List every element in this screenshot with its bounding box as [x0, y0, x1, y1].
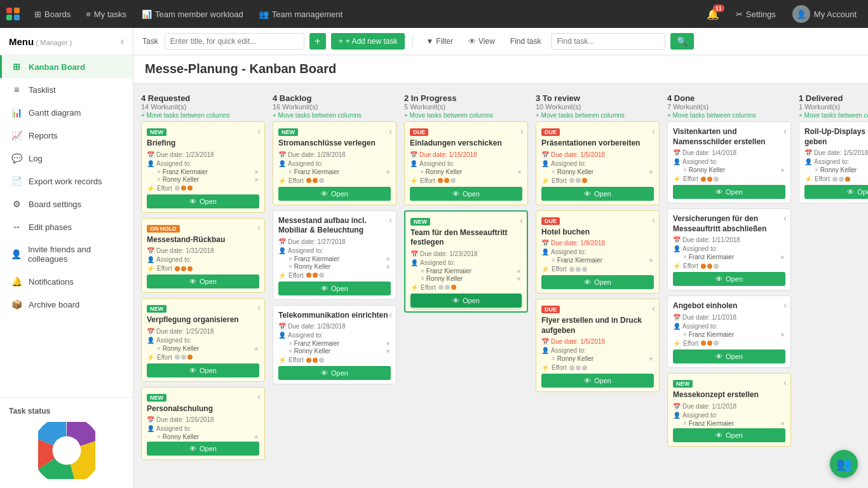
remove-person-icon[interactable]: × [552, 257, 555, 264]
open-button-c11[interactable]: 👁 Open [541, 275, 654, 289]
sidebar-item-boardsettings[interactable]: ⚙ Board settings [0, 193, 133, 215]
sidebar-item-log[interactable]: 💬 Log [0, 147, 133, 170]
star-icon[interactable]: ★ [780, 420, 785, 427]
notifications-button[interactable]: 🔔 11 [702, 6, 724, 23]
open-button-c6[interactable]: 👁 Open [278, 281, 391, 295]
open-button-c13[interactable]: 👁 Open [673, 185, 785, 199]
nav-workload[interactable]: 📊 Team member workload [135, 7, 250, 22]
star-icon[interactable]: ★ [385, 263, 391, 270]
nav-mytasks[interactable]: ≡ My tasks [79, 7, 133, 22]
col-move-toreview[interactable]: + Move tasks between columns [536, 112, 660, 119]
sidebar-item-reports[interactable]: 📈 Reports [0, 124, 133, 147]
filter-button[interactable]: ▼ Filter [421, 34, 458, 49]
sidebar-item-kanban[interactable]: ⊞ Kanban Board [0, 55, 133, 78]
add-new-task-button[interactable]: + + Add new task [331, 33, 405, 50]
card-collapse-c8[interactable]: ‹ [520, 126, 524, 136]
sidebar-item-editphases[interactable]: ↔ Edit phases [0, 215, 133, 238]
card-collapse-c2[interactable]: ‹ [257, 222, 261, 233]
remove-person-icon[interactable]: × [421, 268, 424, 274]
remove-person-icon[interactable]: × [288, 255, 292, 262]
col-move-delivered[interactable]: + Move tasks between columns [799, 112, 868, 119]
open-button-c9[interactable]: 👁 Open [410, 294, 522, 308]
star-icon[interactable]: ★ [254, 168, 259, 175]
account-button[interactable]: 👤 My Account [787, 3, 862, 25]
find-task-input[interactable] [551, 33, 665, 50]
remove-person-icon[interactable]: × [157, 176, 161, 183]
remove-person-icon[interactable]: × [552, 355, 555, 362]
sidebar-item-invite[interactable]: 👤 Invite friends and colleagues [0, 238, 133, 270]
nav-team[interactable]: 👥 Team management [252, 7, 349, 22]
star-icon[interactable]: ★ [780, 166, 785, 173]
open-button-c1[interactable]: 👁 Open [147, 194, 259, 208]
open-button-c2[interactable]: 👁 Open [147, 274, 259, 288]
open-button-c15[interactable]: 👁 Open [673, 349, 785, 363]
card-collapse-c12[interactable]: ‹ [652, 303, 655, 313]
app-logo[interactable] [6, 8, 20, 20]
card-collapse-c13[interactable]: ‹ [783, 126, 787, 136]
remove-person-icon[interactable]: × [288, 263, 292, 270]
star-icon[interactable]: ★ [648, 168, 654, 175]
remove-person-icon[interactable]: × [288, 348, 292, 355]
remove-person-icon[interactable]: × [157, 433, 161, 440]
star-icon[interactable]: ★ [254, 345, 259, 352]
col-move-backlog[interactable]: + Move tasks between columns [273, 112, 397, 119]
nav-boards[interactable]: ⊞ Boards [28, 7, 77, 22]
card-collapse-c11[interactable]: ‹ [652, 215, 655, 225]
remove-person-icon[interactable]: × [420, 168, 424, 175]
remove-person-icon[interactable]: × [157, 345, 161, 352]
sidebar-collapse-button[interactable]: ‹ [121, 36, 124, 47]
open-button-c4[interactable]: 👁 Open [147, 442, 259, 456]
star-icon[interactable]: ★ [648, 355, 654, 362]
sidebar-item-export[interactable]: 📄 Export work records [0, 170, 133, 193]
star-icon[interactable]: ★ [516, 275, 522, 282]
sidebar-item-archive[interactable]: 📦 Archive board [0, 293, 133, 316]
remove-person-icon[interactable]: × [683, 331, 687, 338]
remove-person-icon[interactable]: × [552, 168, 555, 175]
open-button-c7[interactable]: 👁 Open [278, 366, 391, 380]
remove-person-icon[interactable]: × [157, 168, 161, 175]
card-collapse-c4[interactable]: ‹ [257, 391, 261, 402]
star-icon[interactable]: ★ [385, 348, 391, 355]
card-collapse-c7[interactable]: ‹ [389, 309, 392, 320]
sidebar-item-notifications[interactable]: 🔔 Notifications [0, 270, 133, 293]
star-icon[interactable]: ★ [385, 340, 391, 347]
remove-person-icon[interactable]: × [683, 254, 687, 261]
open-button-c5[interactable]: 👁 Open [278, 187, 391, 201]
remove-person-icon[interactable]: × [815, 166, 818, 173]
settings-button[interactable]: ✂ Settings [731, 7, 781, 22]
card-collapse-c5[interactable]: ‹ [389, 126, 392, 136]
open-button-c14[interactable]: 👁 Open [673, 272, 785, 286]
task-input[interactable] [165, 33, 304, 50]
view-button[interactable]: 👁 View [463, 34, 500, 49]
card-collapse-c14[interactable]: ‹ [783, 213, 787, 223]
remove-person-icon[interactable]: × [288, 340, 292, 347]
star-icon[interactable]: ★ [648, 257, 654, 264]
star-icon[interactable]: ★ [780, 331, 785, 338]
remove-person-icon[interactable]: × [288, 168, 292, 175]
star-icon[interactable]: ★ [517, 168, 522, 175]
star-icon[interactable]: ★ [254, 176, 259, 183]
col-move-requested[interactable]: + Move tasks between columns [141, 112, 265, 119]
remove-person-icon[interactable]: × [421, 275, 424, 282]
open-button-c12[interactable]: 👁 Open [541, 374, 654, 388]
star-icon[interactable]: ★ [385, 168, 391, 175]
remove-person-icon[interactable]: × [683, 420, 687, 427]
col-move-inprogress[interactable]: + Move tasks between columns [404, 112, 528, 119]
add-icon-button[interactable]: + [309, 33, 326, 50]
open-button-c8[interactable]: 👁 Open [410, 187, 522, 201]
open-button-c17[interactable]: 👁 Open [804, 185, 868, 199]
card-collapse-c3[interactable]: ‹ [257, 302, 261, 313]
search-button[interactable]: 🔍 [670, 33, 694, 50]
open-button-c3[interactable]: 👁 Open [147, 363, 259, 377]
star-icon[interactable]: ★ [385, 255, 391, 262]
remove-person-icon[interactable]: × [683, 166, 687, 173]
star-icon[interactable]: ★ [780, 254, 785, 261]
card-collapse-c15[interactable]: ‹ [783, 300, 787, 310]
open-button-c10[interactable]: 👁 Open [541, 187, 654, 201]
sidebar-item-gantt[interactable]: 📊 Gantt diagram [0, 101, 133, 124]
card-collapse-c1[interactable]: ‹ [257, 126, 261, 136]
star-icon[interactable]: ★ [254, 433, 259, 440]
card-collapse-c6[interactable]: ‹ [389, 215, 392, 225]
card-collapse-c9[interactable]: ‹ [520, 215, 523, 226]
card-collapse-c10[interactable]: ‹ [652, 126, 655, 136]
